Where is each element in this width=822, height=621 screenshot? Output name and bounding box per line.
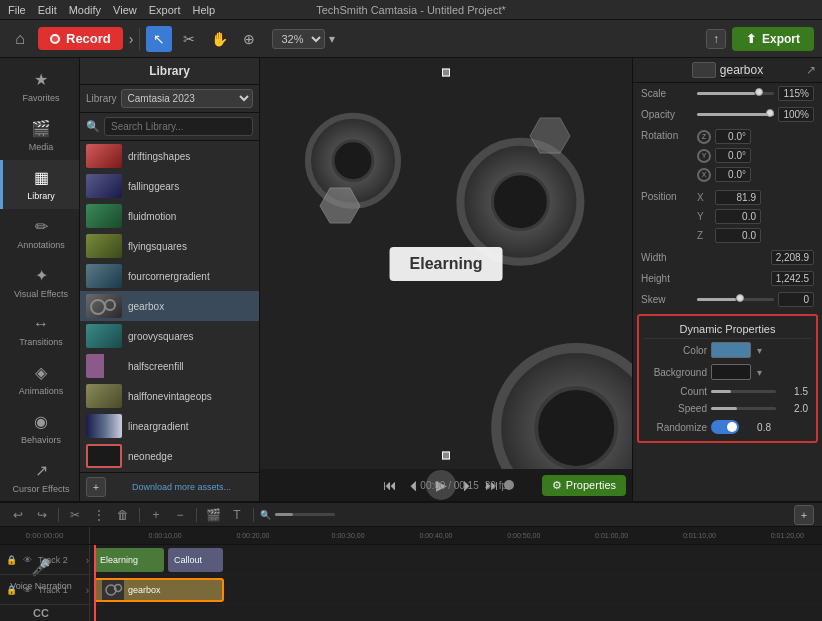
zoom-tool[interactable]: ⊕ [236, 26, 262, 52]
scale-value[interactable]: 115% [778, 86, 814, 101]
clip-callout[interactable]: Callout [168, 548, 223, 572]
lib-name-fallinggears: fallinggears [128, 181, 179, 192]
library-add-button[interactable]: + [86, 477, 106, 497]
zoom-select[interactable]: 32% [272, 29, 325, 49]
tl-track-add-icon[interactable]: + [146, 505, 166, 525]
track-2-expand-icon[interactable]: › [86, 554, 89, 565]
tl-sep2 [139, 508, 140, 522]
menu-edit[interactable]: Edit [38, 4, 57, 16]
skip-back-button[interactable]: ⏮ [378, 473, 402, 497]
lib-item-lineargradient[interactable]: lineargradient [80, 411, 259, 441]
handle-top[interactable] [442, 68, 450, 76]
randomize-value[interactable]: 0.8 [743, 422, 771, 433]
speed-value[interactable]: 2.0 [780, 403, 808, 414]
skew-slider[interactable] [697, 298, 774, 301]
nav-behaviors[interactable]: ◉ Behaviors [0, 404, 79, 453]
scale-slider[interactable] [697, 92, 774, 95]
menu-modify[interactable]: Modify [69, 4, 101, 16]
background-dropdown-icon[interactable]: ▾ [757, 367, 762, 378]
opacity-value[interactable]: 100% [778, 107, 814, 122]
nav-annotations[interactable]: ✏ Annotations [0, 209, 79, 258]
track-2-eye-icon[interactable]: 👁 [20, 553, 34, 567]
menu-view[interactable]: View [113, 4, 137, 16]
position-x-value[interactable]: 81.9 [715, 190, 761, 205]
position-z-value[interactable]: 0.0 [715, 228, 761, 243]
nav-library[interactable]: ▦ Library [0, 160, 79, 209]
scale-slider-thumb[interactable] [755, 88, 763, 96]
count-slider[interactable] [711, 390, 776, 393]
lib-item-flyingsquares[interactable]: flyingsquares [80, 231, 259, 261]
tl-cut-icon[interactable]: ✂ [65, 505, 85, 525]
lib-item-gearbox[interactable]: gearbox [80, 291, 259, 321]
randomize-row: Randomize 0.8 [643, 417, 812, 437]
nav-media[interactable]: 🎬 Media [0, 111, 79, 160]
tl-split-icon[interactable]: ⋮ [89, 505, 109, 525]
rotation-y-value[interactable]: 0.0° [715, 148, 751, 163]
opacity-slider[interactable] [697, 113, 774, 116]
pan-tool[interactable]: ✋ [206, 26, 232, 52]
nav-cursor-effects[interactable]: ↗ Cursor Effects [0, 453, 79, 502]
rotation-z-value[interactable]: 0.0° [715, 129, 751, 144]
lib-item-halfscreenfill[interactable]: halfscreenfill [80, 351, 259, 381]
record-button[interactable]: Record [38, 27, 123, 50]
color-dropdown-icon[interactable]: ▾ [757, 345, 762, 356]
color-swatch[interactable] [711, 342, 751, 358]
nav-favorites[interactable]: ★ Favorites [0, 62, 79, 111]
background-swatch[interactable] [711, 364, 751, 380]
track-2-lock-icon[interactable]: 🔒 [4, 553, 18, 567]
lib-item-groovysquares[interactable]: groovysquares [80, 321, 259, 351]
clip-gearbox[interactable]: gearbox [94, 578, 224, 602]
clip-elearning[interactable]: Elearning [94, 548, 164, 572]
lib-thumb-gearbox [86, 294, 122, 318]
skew-value[interactable]: 0 [778, 292, 814, 307]
count-value[interactable]: 1.5 [780, 386, 808, 397]
tl-zoom-slider[interactable] [275, 513, 335, 516]
opacity-slider-thumb[interactable] [766, 109, 774, 117]
handle-bottom[interactable] [442, 451, 450, 459]
tl-add-button[interactable]: + [794, 505, 814, 525]
rotation-x-value[interactable]: 0.0° [715, 167, 751, 182]
lib-item-fourcornergradient[interactable]: fourcornergradient [80, 261, 259, 291]
tl-annotation-icon[interactable]: T [227, 505, 247, 525]
nav-visual-effects[interactable]: ✦ Visual Effects [0, 258, 79, 307]
skew-slider-thumb[interactable] [736, 294, 744, 302]
library-source-select[interactable]: Camtasia 2023 [121, 89, 253, 108]
crop-tool[interactable]: ✂ [176, 26, 202, 52]
export-button[interactable]: ⬆ Export [732, 27, 814, 51]
library-search-input[interactable] [104, 117, 253, 136]
height-value[interactable]: 1,242.5 [771, 271, 814, 286]
properties-button[interactable]: ⚙ Properties [542, 475, 626, 496]
tl-undo-icon[interactable]: ↩ [8, 505, 28, 525]
playhead[interactable] [94, 545, 96, 621]
randomize-toggle[interactable] [711, 420, 739, 434]
menu-help[interactable]: Help [193, 4, 216, 16]
tl-redo-icon[interactable]: ↪ [32, 505, 52, 525]
zoom-dropdown-icon[interactable]: ▾ [329, 32, 335, 46]
speed-slider[interactable] [711, 407, 776, 410]
tl-media-icon[interactable]: 🎬 [203, 505, 223, 525]
menu-export[interactable]: Export [149, 4, 181, 16]
lib-item-halffonevintageops[interactable]: halffonevintageops [80, 381, 259, 411]
track-1-eye-icon[interactable]: 👁 [20, 583, 34, 597]
nav-transitions[interactable]: ↔ Transitions [0, 307, 79, 355]
home-icon[interactable]: ⌂ [8, 27, 32, 51]
width-value[interactable]: 2,208.9 [771, 250, 814, 265]
track-1-lock-icon[interactable]: 🔒 [4, 583, 18, 597]
position-y-value[interactable]: 0.0 [715, 209, 761, 224]
expand-icon[interactable]: › [129, 31, 134, 47]
skew-row: Skew 0 [633, 289, 822, 310]
select-tool[interactable]: ↖ [146, 26, 172, 52]
lib-item-fallinggears[interactable]: fallinggears [80, 171, 259, 201]
nav-favorites-label: Favorites [22, 93, 59, 103]
nav-animations[interactable]: ◈ Animations [0, 355, 79, 404]
lib-item-neonedge[interactable]: neonedge [80, 441, 259, 471]
download-link[interactable]: Download more assets... [110, 478, 253, 496]
track-1-expand-icon[interactable]: › [86, 584, 89, 595]
menu-file[interactable]: File [8, 4, 26, 16]
lib-item-driftingshapes[interactable]: driftingshapes [80, 141, 259, 171]
tl-track-remove-icon[interactable]: − [170, 505, 190, 525]
share-icon[interactable]: ↑ [706, 29, 726, 49]
panel-expand-icon[interactable]: ↗ [806, 63, 816, 77]
tl-delete-icon[interactable]: 🗑 [113, 505, 133, 525]
lib-item-fluidmotion[interactable]: fluidmotion [80, 201, 259, 231]
